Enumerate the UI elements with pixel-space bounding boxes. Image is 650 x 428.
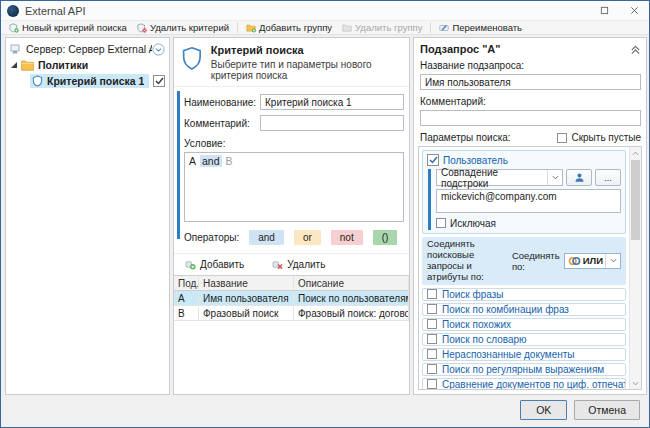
chevron-down-icon[interactable]: [605, 254, 620, 268]
subqueries-table: Под... Название Описание A Имя пользоват…: [174, 275, 409, 321]
subquery-title: Подзапрос "A": [420, 43, 630, 55]
search-option-row[interactable]: Сравнение документов по циф. отпечаткам: [422, 378, 626, 390]
operators-row: Операторы: and or not (): [184, 230, 404, 245]
criterion-name-input[interactable]: Критерий поиска 1: [260, 94, 404, 110]
subquery-toolbar: Добавить Удалить: [184, 254, 404, 275]
condition-operand-a: A: [189, 155, 196, 167]
condition-operand-b: B: [226, 155, 233, 167]
exclude-row: Исключая: [436, 216, 621, 230]
subquery-name-label: Название подзапроса:: [420, 60, 641, 71]
main-toolbar: Новый критерий поиска Удалить критерий Д…: [1, 21, 649, 35]
delete-group-folder-icon: [342, 23, 352, 33]
browse-button[interactable]: ...: [595, 169, 621, 186]
subquery-name-input[interactable]: Имя пользователя: [420, 74, 641, 90]
join-mode-select[interactable]: ИЛИ: [564, 253, 621, 269]
search-option-row[interactable]: Поиск по комбинации фраз: [422, 303, 626, 316]
criteria-tree-panel: Сервер: Сервер External API 1 Политики К…: [5, 37, 170, 395]
vertical-scrollbar[interactable]: [629, 147, 641, 389]
collapse-double-chevron-icon[interactable]: [630, 44, 641, 55]
search-option-row[interactable]: Поиск по регулярным выражениям: [422, 363, 626, 376]
table-row[interactable]: B Фразовый поиск Фразовый поиск: договор: [174, 306, 409, 321]
search-option-row[interactable]: Поиск фразы: [422, 288, 626, 301]
scroll-down-button[interactable]: [630, 377, 641, 389]
check-icon: [155, 77, 164, 85]
shield-icon: [32, 75, 43, 87]
accent-bar: [428, 169, 431, 230]
user-value-textarea[interactable]: mickevich@company.com: [436, 189, 621, 213]
tree-item-label: Сервер: Сервер External API 1: [26, 43, 152, 55]
comment-label: Комментарий:: [184, 118, 260, 129]
user-section-checkbox[interactable]: [427, 154, 439, 166]
option-checkbox[interactable]: [427, 304, 437, 314]
close-button[interactable]: [619, 1, 649, 21]
tree-item-criterion[interactable]: Критерий поиска 1: [6, 73, 169, 89]
tree-item-server[interactable]: Сервер: Сервер External API 1: [6, 41, 169, 57]
delete-group-button[interactable]: Удалить группу: [337, 21, 427, 34]
option-checkbox[interactable]: [427, 319, 437, 329]
folder-icon: [21, 59, 34, 71]
hide-empty-checkbox[interactable]: [557, 133, 567, 143]
criteria-tree: Сервер: Сервер External API 1 Политики К…: [6, 38, 169, 89]
tree-item-policies[interactable]: Политики: [6, 57, 169, 73]
search-option-row[interactable]: Нераспознанные документы: [422, 348, 626, 361]
subquery-comment-input[interactable]: [420, 110, 641, 126]
add-group-button[interactable]: Добавить группу: [241, 21, 337, 34]
accent-bar: [177, 91, 180, 239]
table-row[interactable]: A Имя пользователя Поиск по пользователя…: [174, 291, 409, 306]
delete-subquery-button[interactable]: Удалить: [272, 259, 325, 270]
delete-criterion-button[interactable]: Удалить критерий: [132, 21, 234, 34]
option-checkbox[interactable]: [427, 364, 437, 374]
toolbar-separator: [430, 22, 431, 33]
option-checkbox[interactable]: [427, 349, 437, 359]
selected-tree-item[interactable]: Критерий поиска 1: [30, 74, 149, 88]
column-header-subquery[interactable]: Под...: [174, 276, 199, 291]
add-subquery-button[interactable]: Добавить: [185, 259, 244, 270]
option-checkbox[interactable]: [427, 334, 437, 344]
condition-label: Условие:: [184, 138, 404, 149]
external-api-window: External API Новый критерий поиска Удали…: [0, 0, 650, 428]
operator-parentheses-button[interactable]: (): [373, 230, 398, 245]
search-params-list: Пользователь Совпадение подстроки: [418, 146, 642, 390]
subquery-comment-label: Комментарий:: [420, 96, 641, 107]
search-option-row[interactable]: Поиск похожих: [422, 318, 626, 331]
option-label: Поиск похожих: [442, 319, 511, 330]
scroll-thumb[interactable]: [631, 160, 640, 240]
maximize-button[interactable]: [589, 1, 619, 21]
criterion-comment-input[interactable]: [260, 115, 404, 131]
search-option-row[interactable]: Поиск по словарю: [422, 333, 626, 346]
ok-button[interactable]: OK: [520, 400, 567, 420]
rename-icon: [439, 23, 449, 33]
chevron-down-icon[interactable]: [547, 170, 562, 185]
server-icon: [10, 43, 22, 55]
delete-criterion-shield-icon: [137, 23, 147, 33]
pick-user-button[interactable]: [566, 169, 592, 186]
operator-not-button[interactable]: not: [331, 230, 363, 245]
user-section: Пользователь Совпадение подстроки: [422, 150, 626, 234]
tree-expander-icon[interactable]: [10, 61, 18, 69]
editor-title: Критерий поиска: [211, 44, 401, 56]
content-area: Сервер: Сервер External API 1 Политики К…: [1, 36, 649, 396]
params-label: Параметры поиска:: [420, 132, 511, 143]
user-section-label[interactable]: Пользователь: [443, 155, 508, 166]
option-checkbox[interactable]: [427, 379, 437, 389]
app-logo-icon: [7, 5, 19, 17]
column-header-name[interactable]: Название: [199, 276, 294, 291]
condition-editor[interactable]: AandB: [184, 152, 404, 222]
scroll-up-button[interactable]: [630, 147, 641, 159]
match-mode-select[interactable]: Совпадение подстроки: [436, 169, 563, 186]
join-queries-block: Соединять поисковые запросы и атрибуты п…: [422, 237, 626, 285]
criterion-checkbox[interactable]: [153, 75, 165, 87]
option-checkbox[interactable]: [427, 289, 437, 299]
subquery-header: Подзапрос "A": [420, 43, 641, 55]
cancel-button[interactable]: Отмена: [574, 400, 640, 420]
operator-or-button[interactable]: or: [294, 230, 321, 245]
rename-button[interactable]: Переименовать: [434, 21, 527, 34]
collapse-chevron-icon[interactable]: [152, 43, 165, 56]
option-label: Сравнение документов по циф. отпечаткам: [442, 379, 626, 390]
operator-and-button[interactable]: and: [249, 230, 284, 245]
tree-item-label: Критерий поиска 1: [47, 75, 144, 87]
new-criterion-button[interactable]: Новый критерий поиска: [4, 21, 132, 34]
maximize-icon: [600, 6, 609, 15]
exclude-checkbox[interactable]: [436, 218, 446, 228]
column-header-description[interactable]: Описание: [294, 276, 409, 291]
